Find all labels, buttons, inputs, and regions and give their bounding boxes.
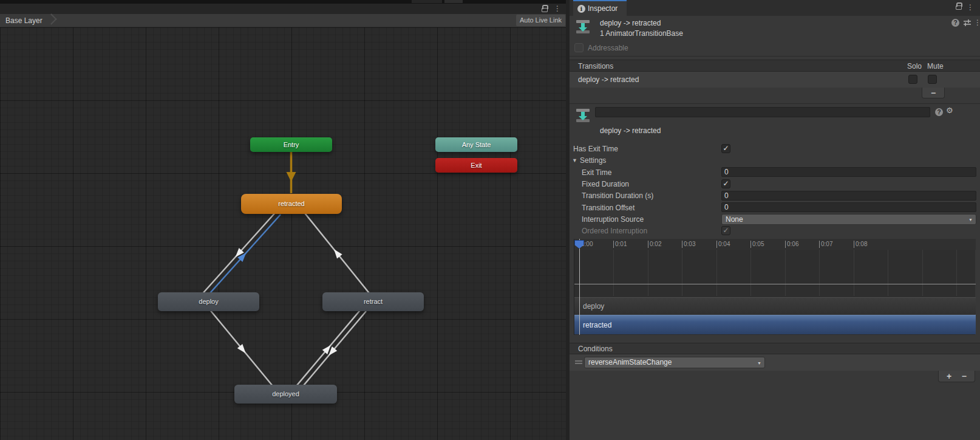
transition-retract-to-deployed[interactable] xyxy=(298,311,366,393)
state-node-retract[interactable]: retract xyxy=(322,292,424,311)
settings-foldout-label[interactable]: Settings xyxy=(580,156,606,165)
timeline-tick: 0:03 xyxy=(682,241,695,248)
mute-column-label: Mute xyxy=(927,62,944,70)
breadcrumb-chevron-icon xyxy=(46,13,56,24)
inspector-panel: Inspector deploy -> retracted 1 Animator… xyxy=(570,0,980,440)
state-node-deployed[interactable]: deployed xyxy=(234,385,337,404)
transition-entry-to-retracted[interactable] xyxy=(287,151,296,193)
mute-checkbox[interactable] xyxy=(928,75,937,84)
transition-deploy-to-retracted-selected[interactable] xyxy=(205,215,281,298)
divider xyxy=(570,56,980,57)
exit-time-field[interactable]: 0 xyxy=(721,167,976,177)
inspector-tabbar: Inspector xyxy=(570,0,980,16)
transition-detail-label: deploy -> retracted xyxy=(600,126,661,135)
animator-window: Base Layer Auto Live Link xyxy=(0,0,570,440)
unity-editor: Base Layer Auto Live Link xyxy=(0,0,980,440)
transition-detail-icon xyxy=(576,108,590,123)
window-tab-hint xyxy=(412,0,442,3)
transition-duration-field[interactable]: 0 xyxy=(721,191,976,201)
tab-inspector[interactable]: Inspector xyxy=(573,0,627,16)
fixed-duration-checkbox[interactable] xyxy=(721,179,730,188)
transition-offset-label: Transition Offset xyxy=(582,204,635,212)
transition-help-icon[interactable] xyxy=(935,108,943,116)
conditions-title: Conditions xyxy=(578,345,613,353)
timeline-playhead[interactable] xyxy=(579,239,580,335)
transition-name-input[interactable] xyxy=(595,107,930,117)
info-icon xyxy=(577,5,585,13)
addressable-label: Addressable xyxy=(588,44,628,52)
transition-list-row[interactable]: deploy -> retracted xyxy=(570,72,980,88)
state-node-any-state[interactable]: Any State xyxy=(435,137,517,152)
condition-list-row[interactable]: reverseAnimStateChange xyxy=(570,354,980,371)
transitions-section-header: Transitions Solo Mute xyxy=(570,60,980,72)
timeline-tick: 0:06 xyxy=(785,241,798,248)
addressable-checkbox[interactable] xyxy=(574,43,584,52)
timeline-tick: 0:07 xyxy=(819,241,832,248)
help-icon[interactable] xyxy=(951,19,959,27)
transition-duration-label: Transition Duration (s) xyxy=(582,191,653,200)
has-exit-time-checkbox[interactable] xyxy=(721,144,730,153)
transitions-title: Transitions xyxy=(578,62,613,70)
presets-icon[interactable] xyxy=(963,19,971,27)
ordered-interruption-checkbox xyxy=(721,226,730,235)
transition-offset-field[interactable]: 0 xyxy=(721,202,976,212)
timeline-tick: 0:04 xyxy=(716,241,730,248)
timeline-tick: 0:08 xyxy=(854,241,867,248)
solo-column-label: Solo xyxy=(907,62,922,70)
timeline-clip-retracted[interactable]: retracted xyxy=(574,315,976,334)
transition-deployed-to-retract[interactable] xyxy=(293,308,362,390)
drag-handle-icon[interactable] xyxy=(575,360,582,364)
object-kebab-icon[interactable] xyxy=(974,19,980,26)
timeline-tick: 0:05 xyxy=(750,241,764,248)
kebab-menu-icon[interactable] xyxy=(554,5,561,12)
state-machine-canvas[interactable]: Entry Any State Exit retracted deploy re… xyxy=(0,27,570,440)
conditions-section-header: Conditions xyxy=(570,343,980,354)
condition-parameter-dropdown[interactable]: reverseAnimStateChange xyxy=(584,357,765,368)
remove-condition-button[interactable]: − xyxy=(958,371,970,381)
window-tab-hint xyxy=(444,0,463,3)
tab-inspector-label: Inspector xyxy=(588,4,618,13)
has-exit-time-label: Has Exit Time xyxy=(573,145,618,153)
auto-live-link-button[interactable]: Auto Live Link xyxy=(516,15,565,26)
transition-gear-icon[interactable] xyxy=(946,106,953,115)
solo-checkbox[interactable] xyxy=(908,75,917,84)
breadcrumb-layer[interactable]: Base Layer xyxy=(5,16,43,25)
settings-foldout-icon[interactable] xyxy=(572,157,577,163)
timeline-clip-deploy[interactable]: deploy xyxy=(574,297,976,314)
inspector-lock-icon[interactable] xyxy=(956,5,962,10)
conditions-list-footer: + − xyxy=(938,371,975,382)
timeline-ruler[interactable]: 0:00 0:01 0:02 0:03 0:04 0:05 0:06 0:07 … xyxy=(574,239,976,250)
state-node-exit[interactable]: Exit xyxy=(435,158,517,173)
transition-curve-line[interactable] xyxy=(574,284,976,284)
fixed-duration-label: Fixed Duration xyxy=(582,180,629,188)
remove-transition-button[interactable]: − xyxy=(927,88,939,98)
add-condition-button[interactable]: + xyxy=(943,371,955,381)
transition-retract-to-retracted[interactable] xyxy=(303,211,371,295)
divider xyxy=(570,103,980,104)
lock-icon[interactable] xyxy=(542,8,548,12)
interruption-source-label: Interruption Source xyxy=(582,215,644,224)
transition-timeline[interactable]: 0:00 0:01 0:02 0:03 0:04 0:05 0:06 0:07 … xyxy=(574,239,975,335)
transition-deploy-to-deployed[interactable] xyxy=(209,309,276,390)
timeline-preview-area[interactable] xyxy=(574,250,976,296)
exit-time-label: Exit Time xyxy=(582,168,611,177)
animator-transition-icon xyxy=(576,19,590,34)
state-node-entry[interactable]: Entry xyxy=(250,137,332,152)
state-node-retracted[interactable]: retracted xyxy=(241,194,342,214)
transitions-list-footer: − xyxy=(922,88,945,98)
object-title: deploy -> retracted xyxy=(600,19,661,27)
transition-arrows xyxy=(0,27,570,440)
object-subtitle: 1 AnimatorTransitionBase xyxy=(600,29,683,38)
breadcrumb: Base Layer Auto Live Link xyxy=(0,14,570,27)
inspector-kebab-icon[interactable] xyxy=(967,4,974,11)
transition-retracted-to-deploy[interactable] xyxy=(201,211,276,295)
timeline-tick: 0:02 xyxy=(648,241,661,248)
interruption-source-dropdown[interactable]: None xyxy=(721,214,976,225)
ordered-interruption-label: Ordered Interruption xyxy=(582,227,647,235)
transition-row-label: deploy -> retracted xyxy=(578,75,639,84)
animator-toolbar xyxy=(0,4,570,14)
state-node-deploy[interactable]: deploy xyxy=(158,292,259,311)
timeline-tick: 0:01 xyxy=(613,241,627,248)
